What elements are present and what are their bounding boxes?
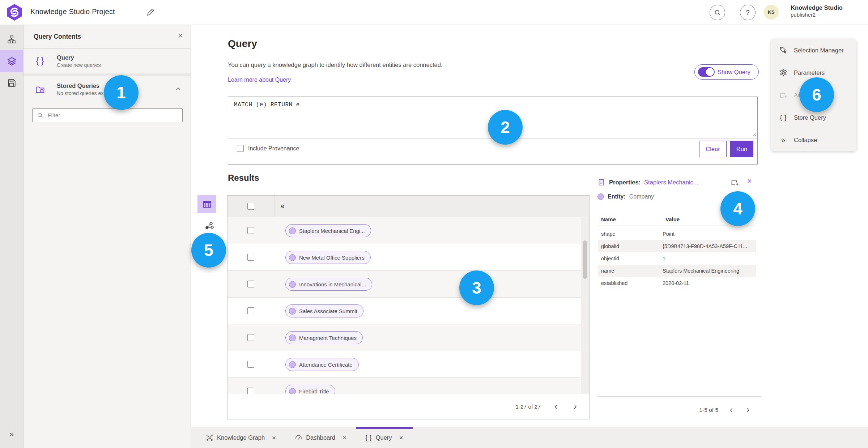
- item-label: Query: [57, 54, 101, 61]
- menu-item-selection-manager[interactable]: Selection Manager: [771, 39, 856, 61]
- annotation-circle-3: 3: [459, 270, 494, 305]
- prop-header-divider: [597, 226, 756, 226]
- annotation-circle-5: 5: [191, 233, 226, 268]
- row-checkbox[interactable]: [247, 361, 254, 368]
- rail-item-data-model[interactable]: [0, 29, 23, 50]
- avatar[interactable]: KS: [764, 5, 779, 20]
- add-to-map-icon: [731, 178, 739, 187]
- next-page-button[interactable]: [745, 407, 751, 413]
- table-row[interactable]: Innovations in Mechanical...: [227, 271, 589, 298]
- scrollbar-track[interactable]: [581, 217, 589, 394]
- rail-item-save[interactable]: [0, 72, 23, 93]
- graph-view-button[interactable]: [203, 219, 216, 232]
- close-tab-icon[interactable]: ×: [399, 434, 403, 441]
- edit-title-icon[interactable]: [146, 8, 155, 17]
- toggle-track: [698, 67, 715, 77]
- entity-dot-icon: [289, 388, 296, 394]
- bottom-tab-bar: Knowledge Graph × Dashboard × { } Query …: [191, 427, 868, 448]
- add-to-map-button[interactable]: [731, 178, 739, 187]
- properties-entity-link[interactable]: Staplers Mechanic...: [644, 179, 698, 186]
- chevron-right-icon: [745, 407, 751, 413]
- next-page-button[interactable]: [572, 404, 578, 410]
- entity-pill[interactable]: Attendance Certificate: [285, 358, 359, 371]
- annotation-circle-4: 4: [720, 191, 755, 226]
- menu-item-collapse[interactable]: » Collapse: [771, 129, 856, 151]
- question-icon: ?: [746, 9, 750, 17]
- row-checkbox[interactable]: [247, 388, 254, 394]
- row-checkbox[interactable]: [247, 254, 254, 261]
- scrollbar-thumb[interactable]: [583, 240, 587, 279]
- row-checkbox[interactable]: [247, 281, 254, 287]
- rail-item-layers[interactable]: [0, 50, 23, 72]
- prop-footer-divider: [597, 396, 761, 397]
- rail-expand-button[interactable]: »: [0, 427, 23, 441]
- gear-icon: [779, 68, 788, 77]
- run-button[interactable]: Run: [730, 141, 753, 157]
- close-tab-icon[interactable]: ×: [272, 434, 276, 441]
- entity-pill[interactable]: Sales Associate Summit: [285, 304, 363, 317]
- row-checkbox[interactable]: [247, 307, 254, 314]
- collapse-section-button[interactable]: [175, 85, 182, 93]
- search-button[interactable]: [710, 5, 725, 20]
- tab-knowledge-graph[interactable]: Knowledge Graph ×: [196, 427, 285, 448]
- table-body: Staplers Mechanical Engi... New Metal Of…: [227, 217, 589, 394]
- help-button[interactable]: ?: [740, 5, 756, 20]
- dashboard-icon: [295, 434, 302, 441]
- clear-button[interactable]: Clear: [699, 141, 727, 157]
- user-name: Knowledge Studio: [791, 4, 843, 12]
- include-provenance-label: Include Provenance: [248, 145, 299, 152]
- table-row[interactable]: Firebird Title: [227, 378, 589, 394]
- query-heading: Query: [228, 38, 257, 50]
- chevron-left-icon: [553, 404, 559, 410]
- data-model-icon: [7, 35, 16, 44]
- properties-close-icon[interactable]: ×: [747, 177, 752, 185]
- learn-more-link[interactable]: Learn more about Query: [228, 77, 291, 83]
- annotation-circle-2: 2: [488, 110, 523, 145]
- panel-item-query[interactable]: { } Query Create new queries: [24, 48, 191, 74]
- previous-page-button[interactable]: [728, 407, 735, 413]
- row-checkbox[interactable]: [247, 334, 254, 341]
- entity-pill[interactable]: Staplers Mechanical Engi...: [285, 224, 371, 237]
- add-to-map-icon: [779, 91, 788, 99]
- properties-doc-icon: [597, 178, 605, 187]
- collapse-icon: »: [779, 136, 788, 144]
- panel-close-icon[interactable]: ×: [178, 32, 183, 40]
- table-view-button[interactable]: [197, 195, 216, 213]
- query-textarea[interactable]: MATCH (e) RETURN e: [234, 102, 300, 108]
- table-row[interactable]: Attendance Certificate: [227, 351, 589, 378]
- prop-row: name Staplers Mechanical Engineering: [598, 265, 756, 277]
- annotation-circle-6: 6: [799, 77, 834, 112]
- table-row[interactable]: New Metal Office Suppliers: [227, 244, 589, 271]
- entity-dot-icon: [289, 308, 296, 315]
- toggle-label: Show Query: [718, 69, 750, 76]
- entity-pill[interactable]: Managment Techniques: [285, 331, 363, 344]
- properties-label: Properties:: [609, 179, 641, 186]
- show-query-toggle[interactable]: Show Query: [694, 64, 759, 80]
- select-all-checkbox[interactable]: [247, 203, 254, 210]
- save-icon: [7, 78, 16, 88]
- item-sublabel: No stored queries exist: [57, 90, 109, 96]
- user-role: publisher2: [791, 12, 843, 18]
- close-tab-icon[interactable]: ×: [342, 434, 346, 441]
- include-provenance-checkbox[interactable]: [237, 145, 244, 152]
- entity-pill[interactable]: New Metal Office Suppliers: [285, 251, 371, 264]
- resize-handle-icon[interactable]: [752, 132, 756, 137]
- row-checkbox[interactable]: [247, 227, 254, 234]
- properties-pagination: 1-5 of 5: [597, 402, 756, 418]
- table-row[interactable]: Managment Techniques: [227, 324, 589, 351]
- braces-icon: { }: [36, 56, 44, 66]
- table-row[interactable]: Staplers Mechanical Engi...: [227, 217, 589, 244]
- tab-dashboard[interactable]: Dashboard ×: [285, 427, 356, 448]
- query-description: You can query a knowledge graph to ident…: [228, 61, 442, 68]
- entity-pill[interactable]: Firebird Title: [285, 385, 335, 394]
- app-logo-icon: [6, 4, 23, 21]
- item-sublabel: Create new queries: [57, 62, 101, 68]
- previous-page-button[interactable]: [553, 404, 559, 410]
- braces-icon: { }: [779, 114, 788, 121]
- table-row[interactable]: Sales Associate Summit: [227, 298, 589, 324]
- filter-input[interactable]: [47, 112, 168, 119]
- prop-row: established 2020-02-11: [598, 277, 756, 289]
- prop-col-value: Value: [665, 216, 680, 222]
- tab-query[interactable]: { } Query ×: [356, 427, 413, 448]
- entity-pill[interactable]: Innovations in Mechanical...: [285, 278, 372, 291]
